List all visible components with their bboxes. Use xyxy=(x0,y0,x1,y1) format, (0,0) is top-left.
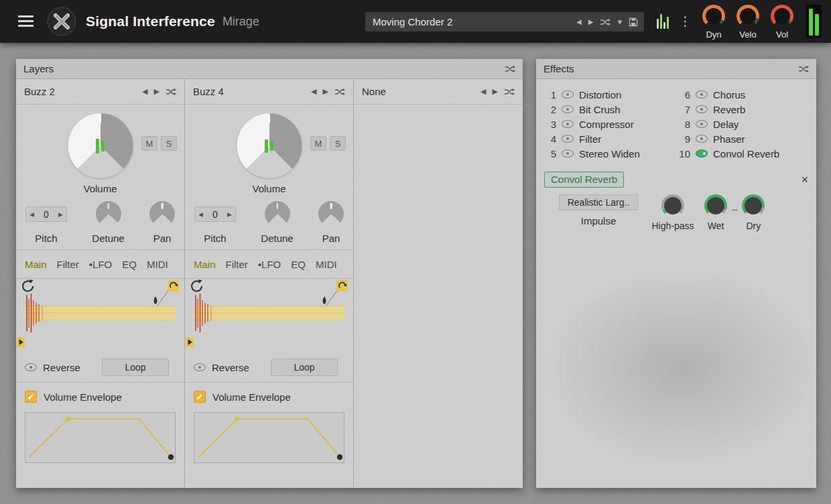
pitch-down-icon[interactable]: ◀ xyxy=(29,211,34,218)
layer-name[interactable]: Buzz 2 xyxy=(24,86,136,97)
layer-next-icon[interactable]: ▶ xyxy=(154,87,159,96)
tab-lfo[interactable]: •LFO xyxy=(89,259,112,270)
dyn-knob-label: Dyn xyxy=(700,29,728,40)
layer-name[interactable]: None xyxy=(362,86,474,97)
reverse-toggle[interactable] xyxy=(194,363,206,371)
pitch-label: Pitch xyxy=(204,233,226,244)
effect-name[interactable]: Chorus xyxy=(713,89,745,101)
top-bar: Signal Interference Mirage Moving Chorde… xyxy=(0,0,831,43)
dry-label: Dry xyxy=(746,220,761,231)
solo-button[interactable]: S xyxy=(330,136,346,151)
pitch-stepper[interactable]: ◀ 0 ▶ xyxy=(25,206,67,222)
preset-save-icon[interactable] xyxy=(629,17,638,27)
more-options-icon[interactable]: ⋮ xyxy=(679,13,692,29)
effects-shuffle-icon[interactable] xyxy=(798,65,809,73)
preset-prev-icon[interactable]: ◀ xyxy=(576,19,582,25)
effect-name[interactable]: Compressor xyxy=(579,119,634,130)
effect-slot-number: 2 xyxy=(544,104,556,115)
pitch-up-icon[interactable]: ▶ xyxy=(58,211,63,218)
dyn-knob[interactable] xyxy=(702,5,725,27)
layer-volume-knob[interactable] xyxy=(68,113,133,178)
effect-name[interactable]: Bit Crush xyxy=(579,104,621,115)
detune-knob[interactable] xyxy=(96,201,121,227)
effect-name[interactable]: Convol Reverb xyxy=(713,148,779,160)
pitch-down-icon[interactable]: ◀ xyxy=(198,211,203,218)
layer-name[interactable]: Buzz 4 xyxy=(193,86,305,97)
effects-slot-list: 1Distortion 2Bit Crush 3Compressor 4Filt… xyxy=(536,79,816,166)
solo-button[interactable]: S xyxy=(161,136,177,151)
layer-shuffle-icon[interactable] xyxy=(166,88,176,96)
effect-bypass-toggle[interactable] xyxy=(696,149,708,158)
wet-knob[interactable] xyxy=(704,194,727,217)
pan-group: Pan xyxy=(318,201,344,244)
pitch-up-icon[interactable]: ▶ xyxy=(227,211,232,218)
reverse-label: Reverse xyxy=(43,362,80,373)
close-effect-icon[interactable]: × xyxy=(801,174,808,186)
tab-filter[interactable]: Filter xyxy=(57,259,79,270)
effect-name[interactable]: Delay xyxy=(713,119,739,130)
dry-knob[interactable] xyxy=(742,194,765,217)
layer-volume-knob[interactable] xyxy=(237,113,302,178)
tab-main[interactable]: Main xyxy=(194,259,216,270)
effect-name[interactable]: Stereo Widen xyxy=(579,148,640,160)
layers-panel-header: Layers xyxy=(16,59,523,79)
layer-prev-icon[interactable]: ◀ xyxy=(481,87,486,96)
preset-shuffle-icon[interactable] xyxy=(600,18,611,26)
effect-bypass-toggle[interactable] xyxy=(562,90,574,99)
tab-lfo[interactable]: •LFO xyxy=(258,259,281,270)
layer-prev-icon[interactable]: ◀ xyxy=(142,87,147,96)
detune-knob[interactable] xyxy=(265,201,290,227)
reverse-toggle[interactable] xyxy=(25,363,37,371)
layer-shuffle-icon[interactable] xyxy=(334,88,345,96)
effect-slot-number: 4 xyxy=(544,133,556,145)
layer-next-icon[interactable]: ▶ xyxy=(493,87,498,96)
effects-panel-header: Effects xyxy=(536,59,816,79)
waveform-display[interactable] xyxy=(185,279,353,353)
tab-eq[interactable]: EQ xyxy=(122,259,137,270)
pan-knob[interactable] xyxy=(318,201,344,227)
highpass-knob[interactable] xyxy=(661,194,684,217)
tab-main[interactable]: Main xyxy=(25,259,47,270)
tab-midi[interactable]: MIDI xyxy=(316,259,337,270)
effect-name[interactable]: Reverb xyxy=(713,104,745,115)
mute-button[interactable]: M xyxy=(141,136,157,151)
volume-knob-pointer xyxy=(268,114,270,123)
layer-shuffle-icon[interactable] xyxy=(504,88,515,96)
tab-midi[interactable]: MIDI xyxy=(147,259,168,270)
layers-shuffle-icon[interactable] xyxy=(505,65,515,73)
preset-dropdown-icon[interactable]: ▾ xyxy=(617,17,622,26)
effect-bypass-toggle[interactable] xyxy=(696,90,708,99)
tab-eq[interactable]: EQ xyxy=(291,259,306,270)
preset-selector[interactable]: Moving Chorder 2 ◀ ▶ ▾ xyxy=(365,12,644,32)
effect-name[interactable]: Distortion xyxy=(579,89,621,101)
effect-bypass-toggle[interactable] xyxy=(696,135,708,143)
effect-bypass-toggle[interactable] xyxy=(562,135,574,143)
levels-icon[interactable] xyxy=(657,14,669,29)
effect-bypass-toggle[interactable] xyxy=(562,120,574,128)
tab-filter[interactable]: Filter xyxy=(226,259,248,270)
pan-knob[interactable] xyxy=(149,201,175,227)
volume-envelope-checkbox[interactable]: ✓ xyxy=(194,391,206,403)
effect-bypass-toggle[interactable] xyxy=(562,149,574,158)
layer-next-icon[interactable]: ▶ xyxy=(323,87,328,96)
impulse-select[interactable]: Realistic Larg.. xyxy=(559,194,638,210)
volume-envelope-checkbox[interactable]: ✓ xyxy=(25,391,37,403)
pitch-stepper[interactable]: ◀ 0 ▶ xyxy=(194,206,236,222)
effect-name[interactable]: Filter xyxy=(579,133,601,145)
effect-bypass-toggle[interactable] xyxy=(696,120,708,128)
waveform-display[interactable] xyxy=(16,279,184,353)
layer-prev-icon[interactable]: ◀ xyxy=(311,87,316,96)
effect-slot-number: 5 xyxy=(544,148,556,160)
effect-name[interactable]: Phaser xyxy=(713,133,745,145)
menu-icon[interactable] xyxy=(18,15,34,29)
envelope-display[interactable] xyxy=(25,412,176,463)
mute-button[interactable]: M xyxy=(310,136,326,151)
envelope-display[interactable] xyxy=(194,412,344,463)
effect-bypass-toggle[interactable] xyxy=(562,105,574,113)
effect-bypass-toggle[interactable] xyxy=(696,105,708,113)
loop-mode-select[interactable]: Loop xyxy=(271,359,338,376)
vol-knob[interactable] xyxy=(771,5,793,27)
preset-next-icon[interactable]: ▶ xyxy=(588,19,594,25)
loop-mode-select[interactable]: Loop xyxy=(102,359,169,376)
velo-knob[interactable] xyxy=(737,5,759,27)
